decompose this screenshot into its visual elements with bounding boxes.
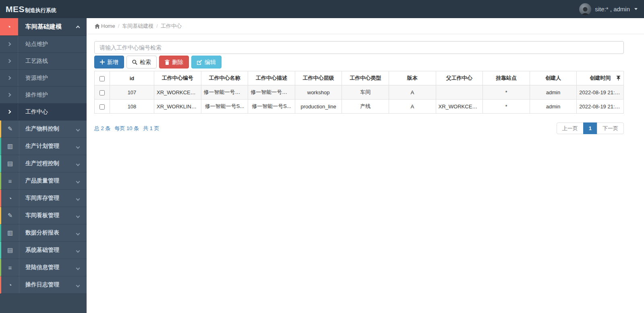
user-menu[interactable]: site:* , admin bbox=[579, 3, 638, 15]
column-header-parent: 父工作中心 bbox=[436, 71, 483, 85]
sidebar-group-label: 系统基础管理 bbox=[19, 247, 77, 254]
sidebar-group-label: 生产物料控制 bbox=[19, 125, 77, 133]
book-icon: ▤ bbox=[7, 160, 13, 167]
sidebar-item-label: 工艺路线 bbox=[18, 58, 87, 65]
cell-name: 修一智能一号车间 bbox=[201, 85, 248, 99]
chevron-right-icon bbox=[7, 93, 11, 97]
cell-site: * bbox=[483, 85, 530, 99]
sidebar-group-plan-management[interactable]: ▥ 生产计划管理 bbox=[0, 138, 87, 155]
sidebar-group-inventory-management[interactable]: ◔ 车间库存管理 bbox=[0, 190, 87, 207]
sidebar-item-work-center[interactable]: 工作中心 bbox=[0, 104, 87, 120]
sidebar-group-label: 生产过程控制 bbox=[19, 160, 77, 167]
sidebar-group-quality-management[interactable]: ≡ 产品质量管理 bbox=[0, 172, 87, 190]
sidebar-item-resource-maintenance[interactable]: 资源维护 bbox=[0, 70, 87, 87]
breadcrumb-separator: / bbox=[156, 23, 158, 29]
sidebar-group-operation-log-management[interactable]: ◔ 操作日志管理 bbox=[0, 276, 87, 294]
chevron-down-icon bbox=[76, 128, 80, 132]
sidebar-group-process-control[interactable]: ▤ 生产过程控制 bbox=[0, 155, 87, 172]
list-icon: ≡ bbox=[8, 178, 12, 184]
sidebar-item-label: 工作中心 bbox=[18, 108, 87, 116]
breadcrumb-item[interactable]: 车间基础建模 bbox=[122, 23, 153, 30]
select-all-cell bbox=[95, 71, 110, 85]
column-header-level: 工作中心层级 bbox=[295, 71, 342, 85]
brand-mes: MES bbox=[6, 4, 25, 14]
cell-parent bbox=[436, 85, 483, 99]
search-button-label: 检索 bbox=[140, 59, 151, 65]
user-label: site:* , admin bbox=[595, 6, 630, 12]
sidebar-group-label: 车间看板管理 bbox=[19, 212, 77, 219]
cell-creator: admin bbox=[530, 99, 577, 114]
delete-button[interactable]: 删除 bbox=[159, 56, 189, 68]
row-checkbox[interactable] bbox=[99, 90, 105, 95]
sidebar-group-workshop-modeling[interactable]: ◔ 车间基础建模 bbox=[0, 18, 87, 36]
sidebar-group-material-control[interactable]: ✎ 生产物料控制 bbox=[0, 120, 87, 138]
chevron-down-icon bbox=[76, 197, 80, 201]
dashboard-icon: ◔ bbox=[8, 282, 12, 288]
sidebar-item-site-maintenance[interactable]: 站点维护 bbox=[0, 36, 87, 53]
sidebar-item-label: 资源维护 bbox=[18, 75, 87, 82]
sidebar-item-process-route[interactable]: 工艺路线 bbox=[0, 53, 87, 70]
sidebar-group-label: 登陆信息管理 bbox=[19, 264, 77, 271]
next-page-button[interactable]: 下一页 bbox=[597, 122, 624, 134]
column-header-created-time-label: 创建时间 bbox=[590, 75, 611, 81]
cell-level: production_line bbox=[295, 99, 342, 114]
row-checkbox[interactable] bbox=[99, 104, 105, 110]
pagination: 上一页 1 下一页 bbox=[557, 122, 624, 134]
avatar bbox=[579, 3, 591, 15]
cell-id: 108 bbox=[110, 99, 154, 114]
edit-icon: ✎ bbox=[8, 125, 13, 133]
sidebar-group-kanban-management[interactable]: ✎ 车间看板管理 bbox=[0, 207, 87, 224]
content: 新增 检索 删除 bbox=[87, 34, 644, 134]
breadcrumb-item-current: 工作中心 bbox=[161, 23, 182, 30]
prev-page-button[interactable]: 上一页 bbox=[557, 122, 584, 134]
chevron-down-icon bbox=[76, 162, 80, 166]
breadcrumb-home[interactable]: Home bbox=[95, 23, 115, 29]
sidebar-group-analytics-reports[interactable]: ▥ 数据分析报表 bbox=[0, 224, 87, 242]
chevron-down-icon bbox=[76, 145, 80, 149]
cell-type: 车间 bbox=[342, 85, 389, 99]
sidebar-group-login-info-management[interactable]: ≡ 登陆信息管理 bbox=[0, 259, 87, 276]
sidebar-group-label: 操作日志管理 bbox=[19, 281, 77, 288]
per-page-count: 每页 10 条 bbox=[114, 125, 139, 132]
add-button-label: 新增 bbox=[107, 59, 118, 65]
sidebar-group-system-management[interactable]: ▤ 系统基础管理 bbox=[0, 242, 87, 259]
row-select-cell bbox=[95, 85, 110, 99]
column-header-creator: 创建人 bbox=[530, 71, 577, 85]
app-logo: MES 制造执行系统 bbox=[6, 4, 56, 14]
table-row[interactable]: 108 XR_WORKLINE... 修一智能一号S... 修一智能一号S...… bbox=[95, 99, 624, 114]
chevron-down-icon bbox=[76, 232, 80, 236]
search-input[interactable] bbox=[94, 41, 624, 54]
column-header-description: 工作中心描述 bbox=[248, 71, 295, 85]
edit-button[interactable]: 编辑 bbox=[191, 56, 222, 68]
page-1-button[interactable]: 1 bbox=[583, 122, 597, 134]
column-header-version: 版本 bbox=[389, 71, 436, 85]
column-header-type: 工作中心类型 bbox=[342, 71, 389, 85]
chevron-down-icon bbox=[76, 284, 80, 288]
sidebar: ◔ 车间基础建模 站点维护 工艺路线 资源维护 操作维护 工作中心 ✎ 生产物料… bbox=[0, 18, 87, 313]
chevron-down-icon bbox=[76, 266, 80, 270]
cell-id: 107 bbox=[110, 85, 154, 99]
cell-parent: XR_WORKCEN... bbox=[436, 99, 483, 114]
breadcrumb: Home / 车间基础建模 / 工作中心 bbox=[87, 18, 644, 34]
chevron-up-icon bbox=[76, 25, 80, 29]
edit-button-label: 编辑 bbox=[205, 59, 216, 65]
edit-icon bbox=[197, 60, 202, 65]
toolbar: 新增 检索 删除 bbox=[94, 56, 624, 68]
sidebar-item-operation-maintenance[interactable]: 操作维护 bbox=[0, 87, 87, 104]
search-button[interactable]: 检索 bbox=[126, 56, 157, 68]
cell-creator: admin bbox=[530, 85, 577, 99]
cell-version: A bbox=[389, 85, 436, 99]
chevron-right-icon bbox=[7, 110, 11, 114]
add-button[interactable]: 新增 bbox=[94, 56, 124, 68]
sidebar-group-label: 车间基础建模 bbox=[18, 23, 77, 31]
row-select-cell bbox=[95, 99, 110, 114]
pin-icon[interactable] bbox=[617, 76, 620, 81]
table-row[interactable]: 107 XR_WORKCEN... 修一智能一号车间 修一智能一号车间 work… bbox=[95, 85, 624, 99]
pager-summary: 总 2 条 每页 10 条 共 1 页 bbox=[94, 125, 159, 132]
user-silhouette-icon bbox=[580, 6, 590, 15]
sidebar-group-label: 生产计划管理 bbox=[19, 143, 77, 150]
breadcrumb-separator: / bbox=[118, 23, 120, 29]
select-all-checkbox[interactable] bbox=[99, 76, 105, 81]
cell-code: XR_WORKCEN... bbox=[154, 85, 201, 99]
book-icon: ▤ bbox=[7, 247, 13, 254]
